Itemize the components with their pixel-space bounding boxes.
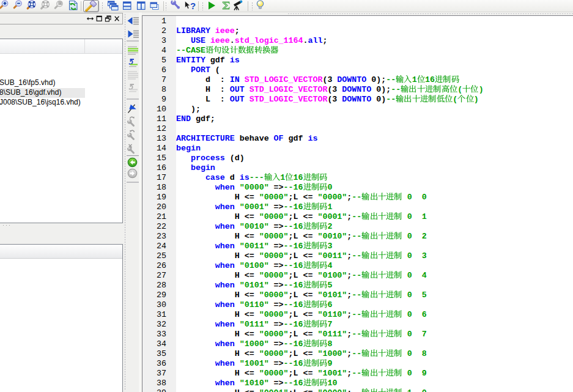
svg-text:?: ? [190,1,196,11]
